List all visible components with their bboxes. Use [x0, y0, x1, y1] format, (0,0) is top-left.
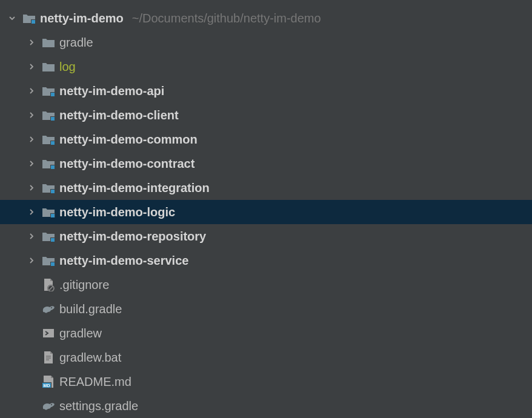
tree-item-label: netty-im-demo-logic	[59, 205, 175, 219]
root-label: netty-im-demo	[40, 12, 124, 25]
markdown-icon: MD	[41, 375, 56, 388]
tree-item[interactable]: netty-im-demo-integration	[0, 176, 532, 200]
tree-item[interactable]: log	[0, 55, 532, 79]
tree-item[interactable]: netty-im-demo-common	[0, 127, 532, 151]
tree-item[interactable]: build.gradle	[0, 297, 532, 321]
svg-rect-9	[51, 165, 55, 169]
tree-item-label: gradle	[59, 36, 93, 50]
tree-item[interactable]: settings.gradle	[0, 394, 532, 418]
tree-item-label: netty-im-demo-client	[59, 108, 179, 122]
module-icon	[41, 182, 56, 193]
chevron-down-icon[interactable]	[6, 15, 18, 21]
tree-item-label: netty-im-demo-common	[59, 133, 198, 147]
module-icon	[41, 255, 56, 266]
tree-item[interactable]: gradlew.bat	[0, 345, 532, 370]
svg-rect-3	[51, 93, 55, 96]
module-icon	[41, 134, 56, 145]
shell-icon	[41, 328, 56, 339]
root-path-hint: ~/Documents/github/netty-im-demo	[132, 12, 321, 25]
tree-item-label: .gitignore	[59, 278, 109, 292]
gradle-icon	[41, 303, 56, 315]
chevron-right-icon[interactable]	[25, 161, 38, 167]
svg-rect-13	[51, 214, 55, 217]
module-folder-icon	[22, 13, 36, 24]
tree-item-label: netty-im-demo-contract	[59, 157, 195, 171]
tree-item-label: netty-im-demo-api	[59, 84, 164, 98]
chevron-right-icon[interactable]	[25, 64, 38, 70]
chevron-right-icon[interactable]	[25, 233, 38, 239]
tree-item[interactable]: gradlew	[0, 321, 532, 345]
svg-rect-15	[51, 238, 55, 242]
tree-item-label: README.md	[59, 375, 131, 389]
chevron-right-icon[interactable]	[25, 39, 38, 45]
svg-point-29	[51, 404, 52, 405]
chevron-right-icon[interactable]	[25, 185, 38, 191]
module-icon	[41, 85, 56, 96]
textfile-icon	[41, 351, 56, 364]
svg-rect-11	[51, 190, 55, 193]
tree-item[interactable]: netty-im-demo-client	[0, 103, 532, 127]
tree-item-label: netty-im-demo-integration	[59, 181, 210, 195]
svg-rect-17	[51, 262, 55, 266]
svg-rect-1	[32, 20, 35, 24]
module-icon	[41, 231, 56, 242]
tree-item[interactable]: .gitignore	[0, 273, 532, 297]
module-icon	[41, 158, 56, 169]
chevron-right-icon[interactable]	[25, 112, 38, 118]
tree-item-label: netty-im-demo-repository	[59, 230, 206, 244]
svg-point-21	[51, 307, 52, 308]
tree-item-label: gradlew.bat	[59, 351, 121, 365]
tree-item[interactable]: netty-im-demo-contract	[0, 151, 532, 176]
svg-rect-5	[51, 117, 55, 121]
tree-item-label: log	[59, 60, 76, 74]
tree-root-row[interactable]: netty-im-demo ~/Documents/github/netty-i…	[0, 6, 532, 30]
tree-item-label: build.gradle	[59, 302, 122, 316]
chevron-right-icon[interactable]	[25, 257, 38, 264]
svg-text:MD: MD	[44, 383, 50, 388]
svg-rect-7	[51, 141, 55, 145]
tree-item[interactable]: netty-im-demo-repository	[0, 224, 532, 248]
chevron-right-icon[interactable]	[25, 88, 38, 94]
chevron-right-icon[interactable]	[25, 209, 38, 215]
tree-item-label: settings.gradle	[59, 399, 138, 413]
gradle-icon	[41, 400, 56, 412]
tree-item[interactable]: MD README.md	[0, 370, 532, 394]
module-icon	[41, 110, 56, 121]
folder-icon	[41, 61, 56, 72]
folder-icon	[41, 37, 56, 48]
gitignore-icon	[41, 278, 56, 291]
tree-item[interactable]: gradle	[0, 30, 532, 55]
tree-item[interactable]: netty-im-demo-logic	[0, 200, 532, 224]
module-icon	[41, 207, 56, 217]
tree-item[interactable]: netty-im-demo-service	[0, 248, 532, 273]
chevron-right-icon[interactable]	[25, 136, 38, 142]
tree-item-label: gradlew	[59, 327, 102, 340]
tree-item-label: netty-im-demo-service	[59, 254, 188, 268]
tree-item[interactable]: netty-im-demo-api	[0, 79, 532, 103]
